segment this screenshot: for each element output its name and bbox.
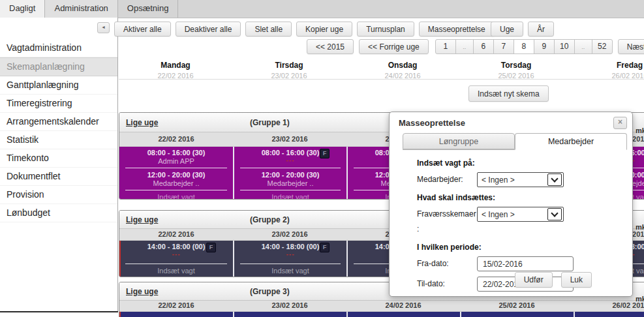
day-cell[interactable]: 14:00 - 18:00 (00)---FIndsæt vagt: [119, 241, 233, 277]
sidebar-nav: VagtadministrationSkemaplanlægningGanttp…: [0, 39, 117, 222]
group-label: (Gruppe 3): [250, 287, 290, 296]
next-week-button[interactable]: Næste uge: [618, 39, 644, 54]
dialog-close-button[interactable]: ×: [613, 117, 627, 129]
select-value: < Ingen >: [478, 210, 546, 219]
dialog-tabs: LøngruppeMedarbejder: [403, 133, 627, 150]
sidebar-item-vagtadministration[interactable]: Vagtadministration: [0, 39, 117, 57]
week-7-button[interactable]: 7: [493, 39, 514, 54]
medarbejder-select[interactable]: < Ingen >: [477, 172, 564, 187]
slet-alle-button[interactable]: Slet alle: [245, 22, 292, 37]
sidebar-item-timekonto[interactable]: Timekonto: [0, 149, 117, 168]
dialog-title: Masseoprettelse: [390, 112, 632, 128]
field-label: Fra-dato:: [417, 256, 477, 271]
group-date: 23/02 2016: [233, 301, 346, 311]
tab-løngruppe[interactable]: Løngruppe: [403, 133, 515, 149]
unassigned-dashes: ---: [119, 251, 233, 258]
day-cell[interactable]: Indsæt vagt: [233, 312, 346, 317]
år-button[interactable]: År: [528, 22, 554, 37]
day-cell[interactable]: Indsæt vagt: [119, 312, 233, 317]
even-week-link[interactable]: Lige uge: [126, 215, 158, 224]
shift-block[interactable]: [575, 312, 644, 317]
shift-block[interactable]: 08:00 - 16:00 (30)---F: [234, 147, 346, 167]
sidebar-item-timeregistrering[interactable]: Timeregistrering: [0, 95, 117, 113]
sidebar-item-skemaplanlægning[interactable]: Skemaplanlægning: [0, 57, 117, 76]
sidebar-item-lønbudget[interactable]: Lønbudget: [0, 204, 117, 222]
day-header-tirsdag: Tirsdag23/02 2016: [232, 61, 346, 80]
chevron-left-icon: ◄: [101, 25, 106, 29]
shift-block[interactable]: 12:00 - 20:00 (30)Medarbejder ..: [234, 169, 346, 189]
even-week-link[interactable]: Lige uge: [126, 287, 158, 296]
turnusplan-button[interactable]: Turnusplan: [357, 22, 414, 37]
insert-shift-link[interactable]: Indsæt vagt: [234, 191, 346, 200]
dialog-body: Indsæt vagt på:Medarbejder:< Ingen >Hvad…: [390, 150, 632, 292]
week-52-button[interactable]: 52: [592, 39, 613, 54]
day-cell[interactable]: Indsæt vagt: [460, 312, 574, 317]
insert-shift-link[interactable]: Indsæt vagt: [119, 265, 233, 275]
shift-divider: [240, 264, 341, 264]
unassigned-dashes: ---: [234, 251, 346, 258]
insert-new-schedule-button[interactable]: Indsæt nyt skema: [468, 85, 549, 102]
day-cell[interactable]: 08:00 - 16:00 (30)---F12:00 - 20:00 (30)…: [233, 147, 346, 199]
even-week-link[interactable]: Lige uge: [126, 118, 158, 127]
clipped-header-fragment: mk: [636, 223, 644, 231]
luk-button[interactable]: Luk: [561, 272, 592, 288]
clipped-header-fragment: mk: [636, 295, 644, 303]
week-10-button[interactable]: 10: [554, 39, 575, 54]
day-cell[interactable]: Indsæt vagt: [574, 312, 644, 317]
field-row: Fraværsskemaer :< Ingen >: [417, 207, 619, 237]
day-cell[interactable]: 14:00 - 18:00 (00)---FIndsæt vagt: [233, 241, 346, 277]
week-9-button[interactable]: 9: [534, 39, 555, 54]
menu-item-administration[interactable]: Administration: [45, 0, 117, 18]
week-8-button[interactable]: 8: [514, 39, 534, 54]
fra-dato-input[interactable]: [477, 256, 574, 271]
fraværsskemaer-select[interactable]: < Ingen >: [477, 207, 564, 222]
sidebar-collapse-button[interactable]: ◄: [97, 22, 110, 33]
group-label: (Gruppe 1): [250, 118, 290, 127]
sidebar-item-arrangementskalender[interactable]: Arrangementskalender: [0, 113, 117, 131]
shift-block[interactable]: [348, 312, 460, 317]
week-gap: ..: [574, 39, 592, 54]
week-6-button[interactable]: 6: [473, 39, 494, 54]
dropdown-arrow-button[interactable]: [547, 208, 562, 220]
sidebar-item-ganttplanlægning[interactable]: Ganttplanlægning: [0, 76, 117, 95]
sidebar-item-dokumentflet[interactable]: Dokumentflet: [0, 168, 117, 186]
aktiver-alle-button[interactable]: Aktiver alle: [114, 22, 171, 37]
day-cell[interactable]: Indsæt vagt: [346, 312, 460, 317]
prev-week-button[interactable]: << Forrige uge: [359, 39, 429, 54]
day-cell[interactable]: 08:00 - 16:00 (30)Admin APP12:00 - 20:00…: [119, 147, 233, 199]
section-heading: Hvad skal indsættes:: [417, 193, 619, 202]
chevron-down-icon: [551, 209, 558, 217]
group-date: 23/02 2016: [233, 132, 346, 146]
insert-shift-link[interactable]: Indsæt vagt: [119, 191, 233, 200]
kopier-uge-button[interactable]: Kopier uge: [296, 22, 352, 37]
view-toggle-buttons: UgeÅr: [491, 22, 554, 37]
dropdown-arrow-button[interactable]: [547, 174, 562, 186]
shift-block[interactable]: 14:00 - 18:00 (00)---F: [234, 241, 346, 263]
masseoprettelse-button[interactable]: Masseoprettelse: [419, 22, 495, 37]
tab-medarbejder[interactable]: Medarbejder: [515, 133, 627, 150]
week-1-button[interactable]: 1: [435, 39, 456, 54]
shift-block[interactable]: [234, 312, 346, 317]
group-label: (Gruppe 2): [250, 215, 290, 224]
shift-block[interactable]: 08:00 - 16:00 (30)Admin APP: [119, 147, 233, 167]
uge-button[interactable]: Uge: [491, 22, 523, 37]
shift-block[interactable]: 14:00 - 18:00 (00)---F: [119, 241, 233, 263]
prev-year-button[interactable]: << 2015: [307, 39, 354, 54]
unassigned-dashes: ---: [234, 157, 346, 164]
udfør-button[interactable]: Udfør: [515, 272, 553, 288]
menu-item-opsætning[interactable]: Opsætning: [118, 0, 179, 18]
insert-shift-link[interactable]: Indsæt vagt: [234, 265, 346, 275]
shift-block[interactable]: 12:00 - 20:00 (30)Medarbejder ..: [119, 169, 233, 189]
week-number-list: 1..678910..52: [435, 39, 613, 54]
deaktiver-alle-button[interactable]: Deaktiver alle: [176, 22, 241, 37]
group-date: 26/02 2016: [574, 301, 644, 311]
f-badge-icon: F: [206, 243, 216, 252]
menu-item-dagligt[interactable]: Dagligt: [0, 0, 45, 18]
week-navigation: << 2015<< Forrige uge1..678910..52Næste …: [307, 39, 644, 54]
sidebar-item-statistik[interactable]: Statistik: [0, 131, 117, 149]
dialog-buttons: UdførLuk: [515, 272, 592, 288]
sidebar-item-provision[interactable]: Provision: [0, 186, 117, 204]
shift-block[interactable]: [461, 312, 574, 317]
shift-divider: [240, 168, 341, 168]
shift-block[interactable]: [119, 312, 233, 317]
